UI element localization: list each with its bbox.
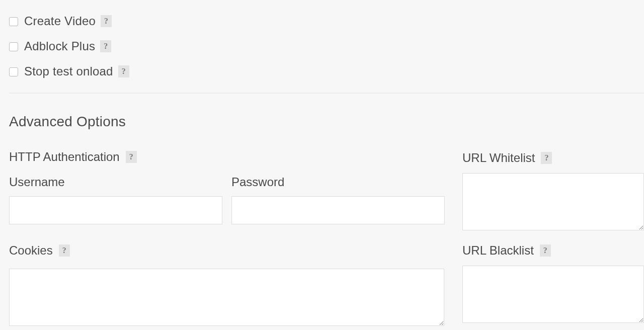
http-auth-heading-row: HTTP Authentication ? xyxy=(9,150,445,164)
adblock-plus-row: Adblock Plus ? xyxy=(9,39,644,53)
url-whitelist-label: URL Whitelist xyxy=(462,151,535,165)
url-blacklist-textarea[interactable] xyxy=(462,266,644,323)
stop-test-onload-row: Stop test onload ? xyxy=(9,64,644,78)
create-video-label: Create Video xyxy=(24,14,96,28)
url-whitelist-heading-row: URL Whitelist ? xyxy=(462,151,644,165)
username-label: Username xyxy=(9,175,222,189)
cookies-heading-row: Cookies ? xyxy=(9,243,445,258)
http-auth-label: HTTP Authentication xyxy=(9,150,120,164)
password-field-wrapper: Password xyxy=(231,175,445,224)
url-whitelist-textarea[interactable] xyxy=(462,173,644,230)
password-label: Password xyxy=(231,175,445,189)
advanced-columns: HTTP Authentication ? Username Password … xyxy=(9,150,644,330)
url-blacklist-label: URL Blacklist xyxy=(462,243,534,258)
username-field-wrapper: Username xyxy=(9,175,222,224)
cookies-textarea[interactable] xyxy=(9,269,444,326)
http-auth-fields: Username Password xyxy=(9,175,445,224)
url-blacklist-block: URL Blacklist ? xyxy=(462,243,644,325)
section-divider xyxy=(9,93,644,94)
url-whitelist-block: URL Whitelist ? xyxy=(462,151,644,232)
cookies-label: Cookies xyxy=(9,243,53,258)
help-icon[interactable]: ? xyxy=(126,151,137,163)
help-icon[interactable]: ? xyxy=(118,65,129,77)
adblock-plus-checkbox[interactable] xyxy=(9,42,18,51)
stop-test-onload-label: Stop test onload xyxy=(24,64,113,78)
create-video-row: Create Video ? xyxy=(9,14,644,28)
advanced-right-column: URL Whitelist ? URL Blacklist ? xyxy=(462,150,644,330)
stop-test-onload-checkbox[interactable] xyxy=(9,67,18,76)
username-input[interactable] xyxy=(9,196,222,224)
url-blacklist-heading-row: URL Blacklist ? xyxy=(462,243,644,258)
help-icon[interactable]: ? xyxy=(100,40,111,52)
create-video-checkbox[interactable] xyxy=(9,17,18,26)
help-icon[interactable]: ? xyxy=(101,15,112,27)
help-icon[interactable]: ? xyxy=(541,152,552,164)
advanced-left-column: HTTP Authentication ? Username Password … xyxy=(9,150,445,330)
adblock-plus-label: Adblock Plus xyxy=(24,39,95,53)
help-icon[interactable]: ? xyxy=(540,244,551,257)
help-icon[interactable]: ? xyxy=(59,244,70,257)
password-input[interactable] xyxy=(231,196,445,224)
advanced-options-heading: Advanced Options xyxy=(9,114,644,130)
